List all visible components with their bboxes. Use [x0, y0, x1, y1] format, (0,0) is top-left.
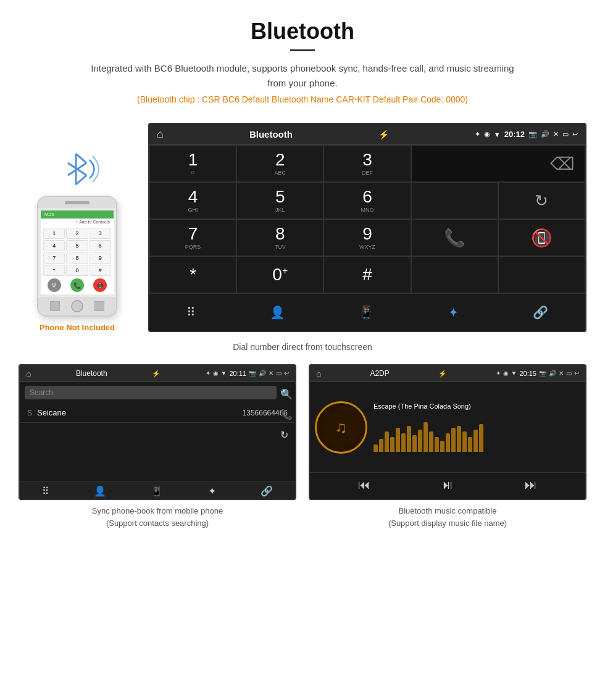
music-visualizer — [373, 415, 580, 452]
dial-num-3: 3 — [362, 151, 372, 169]
dial-sub-2: ABC — [275, 170, 286, 176]
phone-call-btn: 📞 — [70, 278, 84, 292]
dial-key-1[interactable]: 1 ⌑ — [149, 145, 236, 182]
pb-usb-icon: ⚡ — [152, 370, 161, 378]
pb-loc-icon: ◉ — [213, 370, 219, 377]
music-prev-icon[interactable]: ⏮ — [358, 478, 370, 492]
music-loc-icon: ◉ — [503, 370, 509, 377]
dial-key-6[interactable]: 6 MNO — [323, 182, 411, 219]
phone-menu-btn — [94, 301, 104, 311]
phone-key-4: 4 — [43, 240, 65, 251]
dial-key-hash[interactable]: # — [323, 256, 411, 293]
pb-bottom-bt-icon[interactable]: ✦ — [208, 485, 216, 497]
music-time: 20:15 — [519, 370, 536, 377]
phone-key-3: 3 — [90, 228, 111, 239]
music-caption: Bluetooth music compatible (Support disp… — [309, 505, 586, 529]
pb-bottom-grid-icon[interactable]: ⠿ — [42, 485, 49, 497]
music-next-icon[interactable]: ⏭ — [525, 478, 537, 492]
music-play-icon[interactable]: ⏯ — [441, 478, 454, 492]
dial-key-5[interactable]: 5 JKL — [236, 182, 323, 219]
backspace-icon[interactable]: ⌫ — [550, 154, 575, 174]
bottom-link-icon[interactable]: 🔗 — [533, 305, 548, 320]
dial-reload[interactable]: ↻ — [498, 182, 585, 219]
pb-caption-line2: (Support contacts searching) — [19, 517, 296, 530]
dial-key-0[interactable]: 0+ — [236, 256, 323, 293]
car-screen-main: ⌂ Bluetooth ⚡ ✦ ◉ ▼ 20:12 📷 🔊 ✕ ▭ ↩ 1 ⌑ — [148, 123, 586, 332]
dial-key-2[interactable]: 2 ABC — [236, 145, 323, 182]
phone-illustration: M:20 + Add to Contacts 1 2 3 4 5 6 7 8 — [19, 123, 136, 332]
phonebook-screen: ⌂ Bluetooth ⚡ ✦ ◉ ▼ 20:11 📷 🔊 ✕ ▭ ↩ — [19, 364, 296, 500]
music-controls: ⏮ ⏯ ⏭ — [310, 472, 585, 497]
pb-close-icon: ✕ — [269, 370, 273, 377]
music-home-icon[interactable]: ⌂ — [316, 369, 321, 378]
dial-key-8[interactable]: 8 TUV — [236, 219, 323, 256]
music-cam-icon: 📷 — [539, 370, 546, 377]
page-description: Integrated with BC6 Bluetooth module, su… — [86, 61, 519, 91]
pb-win-icon: ▭ — [276, 370, 282, 377]
phone-back-btn — [50, 301, 60, 311]
dial-call-green[interactable]: 📞 — [411, 219, 498, 256]
dial-sub-7: PQRS — [185, 244, 201, 250]
phone-green-bar: M:20 — [41, 210, 114, 219]
dial-key-9[interactable]: 9 WXYZ — [323, 219, 411, 256]
dial-key-3[interactable]: 3 DEF — [323, 145, 411, 182]
car-home-icon[interactable]: ⌂ — [157, 128, 164, 141]
music-win-icon: ▭ — [566, 370, 572, 377]
car-signal-icon: ▼ — [494, 131, 501, 138]
dial-num-5: 5 — [275, 188, 285, 206]
pb-call-side-icon[interactable]: 📞 — [280, 409, 293, 420]
car-camera-icon: 📷 — [528, 130, 537, 138]
pb-bottom-phone-icon[interactable]: 📱 — [151, 485, 163, 497]
pb-home-icon[interactable]: ⌂ — [26, 369, 31, 378]
dial-sub-3: DEF — [362, 170, 373, 176]
music-bar — [429, 431, 433, 452]
music-bar — [424, 422, 428, 452]
phonebook-screenshot: ⌂ Bluetooth ⚡ ✦ ◉ ▼ 20:11 📷 🔊 ✕ ▭ ↩ — [19, 364, 296, 529]
music-title: A2DP — [370, 369, 389, 378]
phone-action-row: 🎙 📞 📵 — [43, 278, 111, 292]
car-volume-icon: 🔊 — [541, 130, 549, 138]
pb-sync-icon[interactable]: ↻ — [280, 429, 293, 441]
phone-key-6: 6 — [90, 240, 111, 251]
bottom-phone-icon[interactable]: 📱 — [359, 305, 374, 320]
dial-key-4[interactable]: 4 GHI — [149, 182, 236, 219]
phone-mute-btn: 🎙 — [48, 278, 61, 292]
music-bar — [440, 441, 444, 452]
music-info: Escape (The Pina Colada Song) — [373, 402, 580, 452]
phone-key-8: 8 — [66, 252, 88, 264]
pb-search-icon[interactable]: 🔍 — [280, 388, 293, 400]
dial-call-red[interactable]: 📵 — [498, 219, 585, 256]
pb-search-bar[interactable]: Search — [25, 386, 277, 399]
car-time: 20:12 — [504, 130, 525, 139]
dial-num-7: 7 — [188, 225, 198, 243]
car-screen-header: ⌂ Bluetooth ⚡ ✦ ◉ ▼ 20:12 📷 🔊 ✕ ▭ ↩ — [149, 124, 585, 145]
music-bar — [457, 426, 461, 452]
pb-content: Search S Seicane 13566664466 🔍 📞 ↻ ⠿ — [20, 386, 295, 500]
music-vol-icon: 🔊 — [549, 370, 556, 377]
phone-key-2: 2 — [66, 228, 88, 239]
music-album-art: ♫ — [315, 401, 367, 454]
pb-cam-icon: 📷 — [249, 370, 256, 377]
dial-key-7[interactable]: 7 PQRS — [149, 219, 236, 256]
bottom-bt-icon[interactable]: ✦ — [448, 305, 459, 320]
bottom-dialpad-icon[interactable]: ⠿ — [186, 305, 196, 320]
music-content: ♫ Escape (The Pina Colada Song) — [310, 382, 585, 472]
music-bt-icon: ✦ — [496, 370, 501, 377]
phone-key-7: 7 — [43, 252, 65, 264]
music-bar — [396, 428, 400, 452]
music-caption-line2: (Support display music file name) — [309, 517, 586, 530]
phone-endcall-btn: 📵 — [93, 278, 107, 292]
dial-key-star[interactable]: * — [149, 256, 236, 293]
bottom-contacts-icon[interactable]: 👤 — [270, 305, 285, 320]
pb-bt-icon: ✦ — [206, 370, 211, 377]
page-header: Bluetooth Integrated with BC6 Bluetooth … — [0, 0, 605, 123]
pb-bottom-link-icon[interactable]: 🔗 — [261, 485, 273, 497]
car-location-icon: ◉ — [484, 130, 490, 138]
dial-num-0: 0+ — [272, 266, 288, 283]
phone-action-bar: + Add to Contacts — [41, 219, 114, 225]
svg-line-3 — [76, 175, 86, 185]
dial-num-hash: # — [362, 266, 372, 283]
pb-bottom-user-icon[interactable]: 👤 — [94, 485, 106, 497]
dial-num-8: 8 — [275, 225, 285, 243]
dialpad-grid: 1 ⌑ 2 ABC 3 DEF ⌫ 4 GHI 5 JKL — [149, 145, 585, 330]
